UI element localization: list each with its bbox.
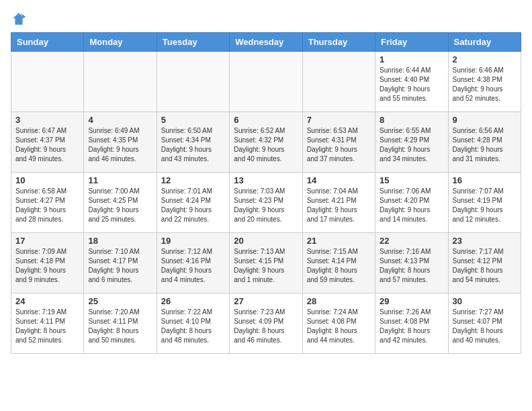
day-detail: Sunrise: 6:50 AM Sunset: 4:34 PM Dayligh… (161, 126, 225, 164)
day-number: 13 (234, 175, 298, 185)
calendar-cell: 6Sunrise: 6:52 AM Sunset: 4:32 PM Daylig… (230, 112, 302, 173)
calendar-cell: 25Sunrise: 7:20 AM Sunset: 4:11 PM Dayli… (84, 293, 157, 354)
day-number: 25 (88, 296, 152, 306)
day-number: 15 (380, 175, 443, 185)
day-detail: Sunrise: 7:26 AM Sunset: 4:08 PM Dayligh… (380, 308, 443, 345)
calendar-cell: 23Sunrise: 7:17 AM Sunset: 4:12 PM Dayli… (448, 233, 521, 293)
calendar-cell: 13Sunrise: 7:03 AM Sunset: 4:23 PM Dayli… (230, 173, 302, 233)
day-number: 9 (453, 115, 517, 125)
day-number: 16 (453, 175, 517, 185)
calendar-cell: 29Sunrise: 7:26 AM Sunset: 4:08 PM Dayli… (375, 293, 448, 354)
day-of-week-header: Tuesday (157, 33, 229, 52)
day-detail: Sunrise: 6:58 AM Sunset: 4:27 PM Dayligh… (15, 187, 79, 224)
day-detail: Sunrise: 6:53 AM Sunset: 4:31 PM Dayligh… (307, 126, 371, 164)
calendar-cell (302, 52, 375, 112)
day-detail: Sunrise: 7:07 AM Sunset: 4:19 PM Dayligh… (453, 187, 517, 224)
calendar-cell: 4Sunrise: 6:49 AM Sunset: 4:35 PM Daylig… (84, 112, 157, 173)
day-detail: Sunrise: 7:15 AM Sunset: 4:14 PM Dayligh… (307, 247, 371, 285)
calendar-cell: 11Sunrise: 7:00 AM Sunset: 4:25 PM Dayli… (84, 173, 157, 233)
calendar-body: 1Sunrise: 6:44 AM Sunset: 4:40 PM Daylig… (11, 52, 521, 354)
day-detail: Sunrise: 6:46 AM Sunset: 4:38 PM Dayligh… (453, 66, 517, 103)
calendar-cell: 7Sunrise: 6:53 AM Sunset: 4:31 PM Daylig… (302, 112, 375, 173)
day-number: 14 (307, 175, 371, 185)
day-detail: Sunrise: 7:04 AM Sunset: 4:21 PM Dayligh… (307, 187, 371, 224)
day-number: 24 (15, 296, 79, 306)
calendar-cell: 27Sunrise: 7:23 AM Sunset: 4:09 PM Dayli… (230, 293, 302, 354)
calendar-cell (11, 52, 84, 112)
day-number: 12 (161, 175, 225, 185)
calendar-cell: 8Sunrise: 6:55 AM Sunset: 4:29 PM Daylig… (375, 112, 448, 173)
calendar-header: SundayMondayTuesdayWednesdayThursdayFrid… (11, 33, 521, 52)
calendar-cell: 14Sunrise: 7:04 AM Sunset: 4:21 PM Dayli… (302, 173, 375, 233)
week-row: 17Sunrise: 7:09 AM Sunset: 4:18 PM Dayli… (11, 233, 521, 293)
day-number: 29 (380, 296, 443, 306)
calendar-cell (84, 52, 157, 112)
calendar-cell: 22Sunrise: 7:16 AM Sunset: 4:13 PM Dayli… (375, 233, 448, 293)
day-detail: Sunrise: 7:13 AM Sunset: 4:15 PM Dayligh… (234, 247, 298, 285)
day-detail: Sunrise: 6:44 AM Sunset: 4:40 PM Dayligh… (380, 66, 443, 103)
day-detail: Sunrise: 7:10 AM Sunset: 4:17 PM Dayligh… (88, 247, 152, 285)
calendar-cell: 30Sunrise: 7:27 AM Sunset: 4:07 PM Dayli… (448, 293, 521, 354)
day-detail: Sunrise: 7:19 AM Sunset: 4:11 PM Dayligh… (15, 308, 79, 345)
day-detail: Sunrise: 7:06 AM Sunset: 4:20 PM Dayligh… (380, 187, 443, 224)
day-detail: Sunrise: 7:27 AM Sunset: 4:07 PM Dayligh… (453, 308, 517, 345)
day-detail: Sunrise: 7:23 AM Sunset: 4:09 PM Dayligh… (234, 308, 298, 345)
day-number: 23 (453, 236, 517, 246)
day-detail: Sunrise: 7:12 AM Sunset: 4:16 PM Dayligh… (161, 247, 225, 285)
day-number: 26 (161, 296, 225, 306)
day-detail: Sunrise: 7:09 AM Sunset: 4:18 PM Dayligh… (15, 247, 79, 285)
day-detail: Sunrise: 7:01 AM Sunset: 4:24 PM Dayligh… (161, 187, 225, 224)
day-detail: Sunrise: 6:55 AM Sunset: 4:29 PM Dayligh… (380, 126, 443, 164)
calendar-cell: 1Sunrise: 6:44 AM Sunset: 4:40 PM Daylig… (375, 52, 448, 112)
day-detail: Sunrise: 6:47 AM Sunset: 4:37 PM Dayligh… (15, 126, 79, 164)
day-number: 6 (234, 115, 298, 125)
day-number: 8 (380, 115, 443, 125)
day-of-week-header: Saturday (448, 33, 521, 52)
calendar-cell: 18Sunrise: 7:10 AM Sunset: 4:17 PM Dayli… (84, 233, 157, 293)
day-number: 22 (380, 236, 443, 246)
svg-marker-0 (13, 13, 25, 25)
day-number: 1 (380, 54, 443, 64)
day-detail: Sunrise: 6:49 AM Sunset: 4:35 PM Dayligh… (88, 126, 152, 164)
calendar-cell: 28Sunrise: 7:24 AM Sunset: 4:08 PM Dayli… (302, 293, 375, 354)
day-of-week-header: Friday (375, 33, 448, 52)
calendar-cell: 9Sunrise: 6:56 AM Sunset: 4:28 PM Daylig… (448, 112, 521, 173)
day-detail: Sunrise: 7:20 AM Sunset: 4:11 PM Dayligh… (88, 308, 152, 345)
day-of-week-header: Wednesday (230, 33, 302, 52)
day-detail: Sunrise: 7:24 AM Sunset: 4:08 PM Dayligh… (307, 308, 371, 345)
calendar-cell: 19Sunrise: 7:12 AM Sunset: 4:16 PM Dayli… (157, 233, 229, 293)
day-number: 18 (88, 236, 152, 246)
day-number: 11 (88, 175, 152, 185)
calendar-cell: 26Sunrise: 7:22 AM Sunset: 4:10 PM Dayli… (157, 293, 229, 354)
calendar-cell: 10Sunrise: 6:58 AM Sunset: 4:27 PM Dayli… (11, 173, 84, 233)
days-of-week-row: SundayMondayTuesdayWednesdayThursdayFrid… (11, 33, 521, 52)
logo (11, 11, 30, 27)
day-number: 5 (161, 115, 225, 125)
calendar-cell: 2Sunrise: 6:46 AM Sunset: 4:38 PM Daylig… (448, 52, 521, 112)
day-of-week-header: Sunday (11, 33, 84, 52)
day-detail: Sunrise: 7:03 AM Sunset: 4:23 PM Dayligh… (234, 187, 298, 224)
calendar-cell: 24Sunrise: 7:19 AM Sunset: 4:11 PM Dayli… (11, 293, 84, 354)
day-number: 28 (307, 296, 371, 306)
week-row: 24Sunrise: 7:19 AM Sunset: 4:11 PM Dayli… (11, 293, 521, 354)
week-row: 1Sunrise: 6:44 AM Sunset: 4:40 PM Daylig… (11, 52, 521, 112)
logo-icon (11, 11, 27, 27)
calendar: SundayMondayTuesdayWednesdayThursdayFrid… (11, 32, 521, 354)
day-number: 21 (307, 236, 371, 246)
day-number: 3 (15, 115, 79, 125)
day-detail: Sunrise: 6:52 AM Sunset: 4:32 PM Dayligh… (234, 126, 298, 164)
calendar-cell (157, 52, 229, 112)
calendar-cell: 20Sunrise: 7:13 AM Sunset: 4:15 PM Dayli… (230, 233, 302, 293)
day-number: 7 (307, 115, 371, 125)
day-detail: Sunrise: 7:17 AM Sunset: 4:12 PM Dayligh… (453, 247, 517, 285)
day-of-week-header: Monday (84, 33, 157, 52)
calendar-cell (230, 52, 302, 112)
week-row: 3Sunrise: 6:47 AM Sunset: 4:37 PM Daylig… (11, 112, 521, 173)
day-number: 19 (161, 236, 225, 246)
calendar-cell: 21Sunrise: 7:15 AM Sunset: 4:14 PM Dayli… (302, 233, 375, 293)
day-detail: Sunrise: 7:22 AM Sunset: 4:10 PM Dayligh… (161, 308, 225, 345)
day-of-week-header: Thursday (302, 33, 375, 52)
header (11, 11, 521, 27)
calendar-cell: 16Sunrise: 7:07 AM Sunset: 4:19 PM Dayli… (448, 173, 521, 233)
day-number: 17 (15, 236, 79, 246)
